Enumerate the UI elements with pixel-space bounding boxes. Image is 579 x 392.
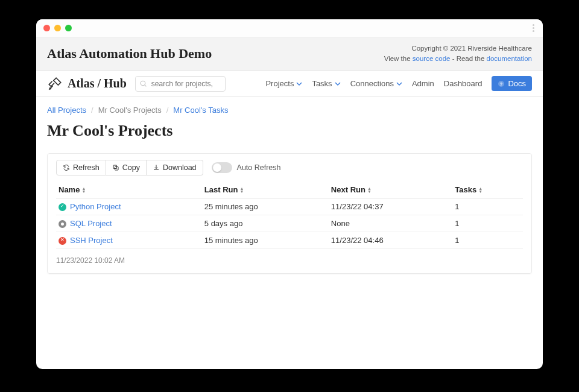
col-tasks[interactable]: Tasks▲▼	[452, 182, 523, 198]
brand-text: Atlas / Hub	[68, 77, 127, 90]
status-badge	[59, 220, 66, 228]
table-row: SSH Project15 minutes ago11/23/22 04:461	[56, 232, 523, 248]
col-next-run-label: Next Run	[331, 185, 365, 194]
download-icon	[153, 164, 160, 171]
kebab-menu-icon[interactable]	[533, 24, 536, 32]
auto-refresh-wrap: Auto Refresh	[212, 162, 281, 173]
project-link[interactable]: SSH Project	[70, 236, 113, 245]
breadcrumb: All Projects / Mr Cool's Projects / Mr C…	[47, 106, 532, 115]
button-group: Refresh Copy Download	[56, 160, 203, 175]
app-window: Atlas Automation Hub Demo Copyright © 20…	[36, 19, 543, 369]
svg-line-2	[144, 84, 146, 86]
banner: Atlas Automation Hub Demo Copyright © 20…	[36, 37, 543, 71]
sort-icon: ▲▼	[478, 187, 482, 193]
logo-icon	[47, 76, 63, 92]
col-last-run[interactable]: Last Run▲▼	[202, 182, 329, 198]
cell-next-run: 11/23/22 04:37	[329, 198, 452, 215]
copyright-text: Copyright © 2021 Riverside Healthcare	[384, 43, 532, 54]
timestamp: 11/23/2022 10:02 AM	[56, 256, 523, 265]
svg-text:?: ?	[500, 81, 502, 86]
titlebar	[36, 19, 543, 37]
table-row: SQL Project5 days agoNone1	[56, 215, 523, 232]
breadcrumb-all-projects[interactable]: All Projects	[47, 106, 86, 115]
read-sep: - Read the	[450, 55, 486, 62]
banner-title: Atlas Automation Hub Demo	[47, 46, 212, 62]
col-name-label: Name	[59, 185, 80, 194]
nav-connections[interactable]: Connections	[350, 79, 402, 88]
nav-admin[interactable]: Admin	[412, 79, 434, 88]
svg-point-1	[141, 81, 145, 86]
nav-admin-label: Admin	[412, 79, 434, 88]
nav-dashboard[interactable]: Dashboard	[444, 79, 482, 88]
projects-panel: Refresh Copy Download Auto Refresh	[47, 153, 532, 274]
content: All Projects / Mr Cool's Projects / Mr C…	[36, 97, 543, 370]
breadcrumb-current: Mr Cool's Projects	[98, 106, 162, 115]
breadcrumb-sep: /	[166, 106, 169, 115]
refresh-label: Refresh	[73, 163, 100, 172]
search-icon	[139, 80, 147, 87]
col-name[interactable]: Name▲▼	[56, 182, 202, 198]
search-wrap	[135, 76, 226, 92]
maximize-window-button[interactable]	[65, 25, 72, 31]
cell-tasks: 1	[452, 198, 523, 215]
banner-meta: Copyright © 2021 Riverside Healthcare Vi…	[384, 43, 532, 65]
refresh-button[interactable]: Refresh	[56, 160, 106, 175]
toolbar: Refresh Copy Download Auto Refresh	[56, 160, 523, 175]
nav-projects[interactable]: Projects	[265, 79, 302, 88]
col-last-run-label: Last Run	[204, 185, 238, 194]
nav-projects-label: Projects	[265, 79, 294, 88]
breadcrumb-sep: /	[91, 106, 93, 115]
chevron-down-icon	[296, 81, 302, 87]
help-icon: ?	[498, 80, 505, 87]
refresh-icon	[63, 164, 70, 171]
source-code-link[interactable]: source code	[413, 55, 451, 62]
table-row: Python Project25 minutes ago11/23/22 04:…	[56, 198, 523, 215]
status-badge	[59, 237, 66, 245]
minimize-window-button[interactable]	[54, 25, 61, 31]
chevron-down-icon	[396, 81, 402, 87]
brand[interactable]: Atlas / Hub	[47, 76, 127, 92]
nav-tasks-label: Tasks	[312, 79, 332, 88]
close-window-button[interactable]	[43, 25, 50, 31]
nav-links: Projects Tasks Connections Admin Dashboa…	[265, 76, 532, 91]
nav-tasks[interactable]: Tasks	[312, 79, 340, 88]
sort-icon: ▲▼	[367, 187, 372, 193]
nav-connections-label: Connections	[350, 79, 394, 88]
cell-tasks: 1	[452, 232, 523, 248]
status-badge	[59, 203, 66, 211]
svg-point-0	[49, 87, 51, 89]
copy-label: Copy	[122, 163, 140, 172]
auto-refresh-label: Auto Refresh	[237, 163, 281, 172]
cell-last-run: 15 minutes ago	[202, 232, 329, 248]
projects-table: Name▲▼ Last Run▲▼ Next Run▲▼ Tasks▲▼ Pyt…	[56, 182, 523, 249]
sort-icon: ▲▼	[81, 187, 86, 193]
col-next-run[interactable]: Next Run▲▼	[329, 182, 452, 198]
copy-button[interactable]: Copy	[106, 160, 147, 175]
cell-last-run: 25 minutes ago	[202, 198, 329, 215]
traffic-lights	[43, 25, 72, 31]
copy-icon	[112, 164, 119, 171]
project-link[interactable]: SQL Project	[70, 219, 112, 228]
cell-tasks: 1	[452, 215, 523, 232]
cell-last-run: 5 days ago	[202, 215, 329, 232]
col-tasks-label: Tasks	[455, 185, 476, 194]
cell-next-run: 11/23/22 04:46	[329, 232, 452, 248]
docs-button[interactable]: ? Docs	[492, 76, 532, 91]
view-prefix: View the	[384, 55, 413, 62]
page-title: Mr Cool's Projects	[47, 122, 532, 140]
download-label: Download	[163, 163, 197, 172]
documentation-link[interactable]: documentation	[487, 55, 532, 62]
search-input[interactable]	[135, 76, 226, 92]
chevron-down-icon	[335, 81, 341, 87]
docs-label: Docs	[508, 79, 526, 88]
breadcrumb-tasks[interactable]: Mr Cool's Tasks	[173, 106, 228, 115]
auto-refresh-toggle[interactable]	[212, 162, 232, 173]
sort-icon: ▲▼	[239, 187, 244, 193]
navbar: Atlas / Hub Projects Tasks Connections A…	[36, 71, 543, 97]
project-link[interactable]: Python Project	[70, 202, 121, 211]
cell-next-run: None	[329, 215, 452, 232]
nav-dashboard-label: Dashboard	[444, 79, 482, 88]
download-button[interactable]: Download	[147, 160, 203, 175]
